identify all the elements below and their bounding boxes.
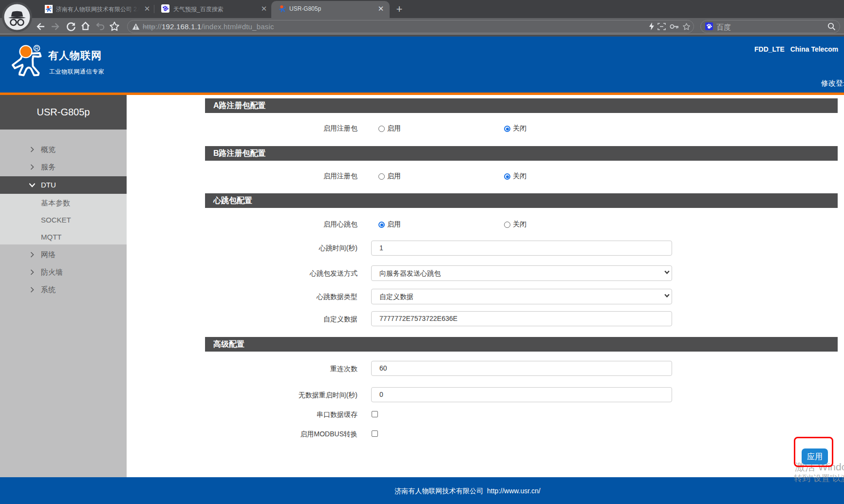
- svg-text:du: du: [164, 9, 167, 11]
- svg-text:R: R: [35, 46, 38, 51]
